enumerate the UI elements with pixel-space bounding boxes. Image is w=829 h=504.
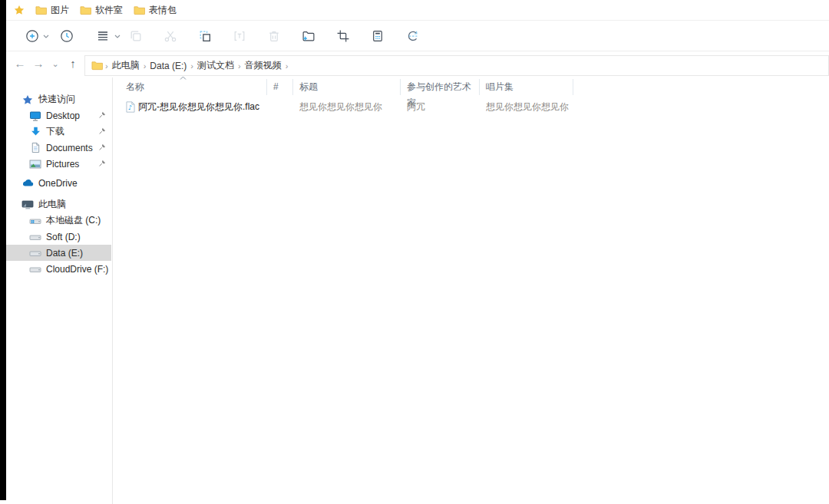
- column-header-label: 标题: [299, 81, 318, 92]
- address-row: ← → ⌄ ↑ › 此电脑 › Data (E:) › 测试文档 › 音频视频 …: [6, 51, 829, 77]
- refresh-icon: [406, 29, 420, 43]
- refresh-button[interactable]: [406, 29, 420, 43]
- sidebar-item-label: 下载: [46, 125, 64, 138]
- sidebar-item-label: Soft (D:): [46, 232, 81, 242]
- column-header-artist[interactable]: 参与创作的艺术家: [401, 79, 480, 95]
- file-title: 想见你想见你想见你: [299, 100, 401, 114]
- column-header-title[interactable]: 标题: [293, 79, 401, 95]
- sidebar-item-label: 快速访问: [38, 93, 75, 106]
- list-view-icon: [97, 31, 109, 41]
- breadcrumb-test-docs[interactable]: 测试文档: [197, 59, 234, 72]
- breadcrumb-separator: ›: [105, 61, 108, 71]
- pin-icon: [98, 143, 106, 151]
- download-arrow-icon: [29, 126, 41, 138]
- folder-icon: [134, 5, 145, 15]
- favorite-item-software[interactable]: 软件室: [80, 4, 123, 17]
- picture-icon: [29, 158, 41, 170]
- column-header-album[interactable]: 唱片集: [480, 79, 573, 95]
- drive-icon: [29, 263, 41, 275]
- sidebar-item-soft-d[interactable]: Soft (D:): [6, 229, 111, 245]
- scissors-icon: [163, 29, 177, 43]
- quick-access-star-icon: [21, 94, 34, 106]
- folder-icon: [35, 5, 47, 15]
- rename-icon: [233, 29, 246, 43]
- favorites-star-icon[interactable]: [14, 5, 25, 15]
- view-list-button[interactable]: [96, 29, 110, 43]
- new-folder-button[interactable]: [302, 29, 315, 43]
- this-pc-icon: [21, 199, 34, 211]
- chevron-down-icon[interactable]: [114, 35, 121, 39]
- copy-icon: [129, 29, 143, 43]
- file-row[interactable]: ♪ 阿冗-想见你想见你想见你.flac 想见你想见你想见你 阿冗 想见你想见你想…: [113, 100, 829, 114]
- breadcrumb-audio-video[interactable]: 音频视频: [245, 59, 282, 72]
- favorite-item-label: 图片: [51, 4, 69, 17]
- sidebar-item-onedrive[interactable]: OneDrive: [6, 175, 111, 191]
- desktop-icon: [29, 110, 41, 122]
- folder-icon: [91, 61, 103, 71]
- sidebar-item-desktop[interactable]: Desktop: [6, 107, 111, 124]
- column-header-label: 名称: [126, 81, 144, 92]
- history-chevron-button[interactable]: ⌄: [48, 54, 63, 73]
- screen-edge-strip: [0, 0, 6, 500]
- paste-button[interactable]: [198, 29, 212, 43]
- column-header-label: 唱片集: [486, 81, 514, 92]
- favorite-item-label: 软件室: [95, 4, 123, 17]
- copy-button[interactable]: [129, 29, 143, 43]
- svg-text:♪: ♪: [128, 104, 132, 111]
- favorite-item-pictures[interactable]: 图片: [35, 4, 69, 17]
- forward-button[interactable]: →: [31, 54, 46, 73]
- sidebar: 快速访问 Desktop 下载 Documents: [6, 77, 112, 504]
- onedrive-cloud-icon: [21, 177, 34, 189]
- sidebar-item-pictures[interactable]: Pictures: [6, 156, 111, 172]
- sidebar-item-label: OneDrive: [38, 178, 78, 189]
- file-artist: 阿冗: [407, 100, 480, 114]
- column-header-name[interactable]: 名称: [120, 79, 267, 95]
- file-list: 名称 # 标题 参与创作的艺术家 唱片集 ♪ 阿冗-想见你想见你想见你.flac…: [113, 77, 829, 504]
- sidebar-item-this-pc[interactable]: 此电脑: [6, 196, 111, 212]
- file-track: [273, 100, 293, 114]
- crop-icon: [336, 29, 350, 43]
- sidebar-item-label: 此电脑: [38, 198, 66, 211]
- system-drive-icon: [29, 215, 41, 227]
- column-header-label: #: [273, 81, 279, 92]
- breadcrumb-separator: ›: [190, 61, 193, 71]
- up-button[interactable]: ↑: [65, 54, 81, 73]
- sidebar-item-label: Desktop: [46, 110, 80, 121]
- sidebar-item-label: 本地磁盘 (C:): [46, 214, 101, 227]
- favorite-item-emoji[interactable]: 表情包: [134, 4, 177, 17]
- sidebar-item-local-disk-c[interactable]: 本地磁盘 (C:): [6, 212, 111, 229]
- file-explorer-window: 图片 软件室 表情包: [0, 0, 829, 504]
- drive-icon: [29, 231, 41, 243]
- column-header-track[interactable]: #: [267, 79, 293, 95]
- properties-icon: [371, 29, 385, 43]
- cut-button[interactable]: [163, 29, 177, 43]
- sort-ascending-icon: [180, 76, 187, 81]
- sidebar-item-label: Pictures: [46, 159, 79, 170]
- sidebar-item-documents[interactable]: Documents: [6, 140, 111, 156]
- breadcrumb-this-pc[interactable]: 此电脑: [112, 59, 140, 72]
- file-name: 阿冗-想见你想见你想见你.flac: [138, 100, 267, 114]
- favorites-bar: 图片 软件室 表情包: [6, 0, 829, 21]
- clock-icon: [60, 29, 74, 43]
- address-bar[interactable]: › 此电脑 › Data (E:) › 测试文档 › 音频视频 ›: [84, 55, 829, 76]
- crop-button[interactable]: [336, 29, 350, 43]
- breadcrumb-data-drive[interactable]: Data (E:): [150, 61, 187, 71]
- properties-button[interactable]: [371, 29, 385, 43]
- pin-icon: [98, 160, 106, 167]
- breadcrumb-separator: ›: [144, 61, 147, 71]
- back-button[interactable]: ←: [12, 54, 28, 73]
- sidebar-item-clouddrive-f[interactable]: CloudDrive (F:): [6, 261, 111, 277]
- recent-history-button[interactable]: [60, 29, 74, 43]
- sidebar-item-data-e[interactable]: Data (E:): [6, 245, 111, 261]
- new-item-button[interactable]: [25, 29, 39, 43]
- delete-button[interactable]: [267, 29, 281, 43]
- pin-icon: [98, 127, 106, 135]
- rename-button[interactable]: [233, 29, 246, 43]
- new-folder-icon: [302, 29, 315, 43]
- chevron-down-icon[interactable]: [43, 35, 49, 39]
- document-icon: [29, 142, 41, 154]
- sidebar-item-quick-access[interactable]: 快速访问: [6, 91, 111, 107]
- folder-icon: [80, 5, 91, 15]
- pin-icon: [98, 111, 106, 119]
- sidebar-item-downloads[interactable]: 下载: [6, 124, 111, 140]
